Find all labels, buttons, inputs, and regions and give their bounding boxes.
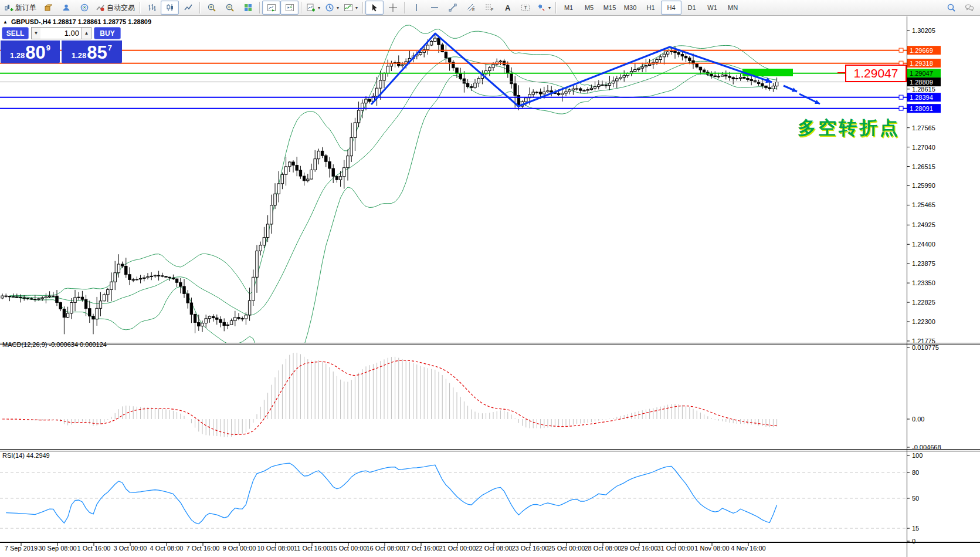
svg-text:1.27040: 1.27040 bbox=[912, 144, 935, 151]
svg-text:1.26515: 1.26515 bbox=[912, 163, 935, 170]
svg-text:15 Oct 00:00: 15 Oct 00:00 bbox=[330, 545, 367, 552]
svg-text:7 Oct 16:00: 7 Oct 16:00 bbox=[186, 545, 220, 552]
svg-text:3 Oct 00:00: 3 Oct 00:00 bbox=[114, 545, 147, 552]
mt4-terminal: 新订单自动交易▾▾▾EFAT▾M1M5M15M30H1H4D1W1MN 1.30… bbox=[0, 0, 980, 557]
svg-text:0: 0 bbox=[912, 538, 915, 545]
svg-text:1 Nov 08:00: 1 Nov 08:00 bbox=[694, 545, 729, 552]
svg-text:1.24925: 1.24925 bbox=[912, 221, 935, 228]
svg-text:1.25990: 1.25990 bbox=[912, 182, 935, 189]
turning-point-annotation[interactable]: 多空转折点 bbox=[798, 116, 900, 140]
macd-signal-line bbox=[2, 360, 777, 434]
svg-text:1.28394: 1.28394 bbox=[910, 94, 933, 101]
buy-price[interactable]: 1.28 85 7 bbox=[62, 40, 122, 63]
svg-text:1.23875: 1.23875 bbox=[912, 260, 935, 267]
chart-canvas[interactable]: 1.302051.286151.275651.270401.265151.259… bbox=[0, 0, 980, 557]
rsi-indicator-label: RSI(14) 44.2949 bbox=[2, 452, 50, 459]
sell-price-big: 80 bbox=[25, 44, 45, 62]
candlesticks bbox=[1, 33, 778, 334]
svg-text:11 Oct 16:00: 11 Oct 16:00 bbox=[294, 545, 330, 552]
bollinger-bands bbox=[9, 25, 776, 382]
svg-text:1.24400: 1.24400 bbox=[912, 241, 935, 248]
svg-text:1.23350: 1.23350 bbox=[912, 279, 935, 286]
svg-text:1.28615: 1.28615 bbox=[912, 86, 935, 93]
price-scale[interactable]: 1.302051.286151.275651.270401.265151.259… bbox=[907, 27, 941, 545]
svg-text:4 Nov 16:00: 4 Nov 16:00 bbox=[731, 545, 765, 552]
price-level-callout[interactable]: 1.29047 bbox=[845, 65, 907, 82]
svg-text:17 Oct 16:00: 17 Oct 16:00 bbox=[403, 545, 440, 552]
svg-text:50: 50 bbox=[912, 495, 919, 502]
buy-price-prefix: 1.28 bbox=[72, 51, 86, 60]
svg-text:31 Oct 00:00: 31 Oct 00:00 bbox=[657, 545, 694, 552]
svg-text:1 Oct 16:00: 1 Oct 16:00 bbox=[77, 545, 111, 552]
svg-text:21 Oct 00:00: 21 Oct 00:00 bbox=[439, 545, 476, 552]
svg-text:7 Sep 2019: 7 Sep 2019 bbox=[5, 545, 38, 552]
time-axis[interactable]: 7 Sep 201930 Sep 08:001 Oct 16:003 Oct 0… bbox=[5, 542, 766, 552]
svg-text:1.27565: 1.27565 bbox=[912, 124, 935, 131]
blue-arrow[interactable] bbox=[799, 94, 820, 104]
svg-text:1.28091: 1.28091 bbox=[910, 105, 933, 112]
svg-text:30 Sep 08:00: 30 Sep 08:00 bbox=[38, 545, 76, 552]
line-handle[interactable] bbox=[899, 95, 903, 99]
svg-text:1.29318: 1.29318 bbox=[910, 60, 933, 67]
horizontal-line-objects[interactable] bbox=[0, 48, 907, 110]
macd-histogram bbox=[2, 353, 777, 437]
svg-text:0.010775: 0.010775 bbox=[912, 344, 939, 351]
buy-price-big: 85 bbox=[87, 44, 107, 62]
rsi-panel[interactable] bbox=[0, 463, 907, 528]
svg-text:-0.004668: -0.004668 bbox=[912, 444, 941, 451]
volume-decrease-button[interactable]: ▼ bbox=[31, 27, 41, 39]
svg-text:1.25465: 1.25465 bbox=[912, 201, 935, 208]
svg-text:29 Oct 16:00: 29 Oct 16:00 bbox=[621, 545, 658, 552]
collapse-icon[interactable]: ▲ bbox=[3, 19, 8, 25]
svg-text:28 Oct 08:00: 28 Oct 08:00 bbox=[585, 545, 622, 552]
buy-price-pip: 7 bbox=[108, 43, 112, 52]
sell-price-pip: 9 bbox=[46, 43, 50, 52]
symbol-ohlc-text: GBPUSD-,H4 1.28817 1.28861 1.28775 1.288… bbox=[11, 18, 151, 25]
rsi-line bbox=[6, 463, 776, 524]
svg-text:22 Oct 08:00: 22 Oct 08:00 bbox=[476, 545, 513, 552]
volume-increase-button[interactable]: ▲ bbox=[82, 27, 91, 39]
svg-text:1.29047: 1.29047 bbox=[910, 70, 933, 77]
sell-price[interactable]: 1.28 80 9 bbox=[1, 40, 60, 63]
svg-text:100: 100 bbox=[912, 452, 923, 459]
macd-panel[interactable] bbox=[2, 353, 777, 437]
svg-text:1.29669: 1.29669 bbox=[910, 47, 933, 54]
volume-input[interactable]: 1.00 bbox=[40, 27, 82, 39]
svg-text:0.00: 0.00 bbox=[912, 416, 924, 423]
line-handle[interactable] bbox=[899, 106, 903, 110]
svg-text:4 Oct 08:00: 4 Oct 08:00 bbox=[150, 545, 184, 552]
macd-indicator-label: MACD(12,26,9) -0.000634 0.000124 bbox=[2, 341, 107, 348]
line-handle[interactable] bbox=[899, 48, 903, 52]
sell-button[interactable]: SELL bbox=[2, 27, 29, 39]
buy-button[interactable]: BUY bbox=[94, 27, 121, 39]
svg-text:15: 15 bbox=[912, 525, 919, 532]
svg-text:10 Oct 08:00: 10 Oct 08:00 bbox=[257, 545, 294, 552]
svg-text:9 Oct 00:00: 9 Oct 00:00 bbox=[223, 545, 256, 552]
svg-text:80: 80 bbox=[912, 469, 919, 476]
svg-text:1.30205: 1.30205 bbox=[912, 27, 935, 34]
chart-title: ▲ GBPUSD-,H4 1.28817 1.28861 1.28775 1.2… bbox=[3, 18, 151, 25]
svg-text:1.22825: 1.22825 bbox=[912, 299, 935, 306]
svg-text:23 Oct 16:00: 23 Oct 16:00 bbox=[512, 545, 549, 552]
one-click-trading-panel: SELL ▼ 1.00 ▲ BUY 1.28 80 9 1.28 85 7 bbox=[1, 27, 122, 64]
sell-price-prefix: 1.28 bbox=[10, 51, 25, 60]
svg-text:25 Oct 00:00: 25 Oct 00:00 bbox=[548, 545, 585, 552]
blue-arrow[interactable] bbox=[784, 86, 797, 92]
chart-overlay-objects bbox=[0, 33, 907, 110]
svg-text:16 Oct 08:00: 16 Oct 08:00 bbox=[367, 545, 403, 552]
main-chart-panel[interactable] bbox=[1, 25, 778, 382]
svg-text:1.28809: 1.28809 bbox=[910, 79, 933, 86]
svg-text:1.22300: 1.22300 bbox=[912, 318, 935, 325]
